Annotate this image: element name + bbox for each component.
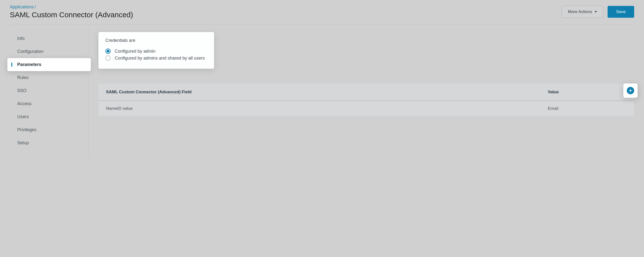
more-actions-label: More Actions bbox=[568, 9, 592, 14]
sidebar-item-label: Users bbox=[17, 114, 29, 119]
sidebar: InfoConfigurationParametersRulesSSOAcces… bbox=[10, 24, 88, 157]
col-header-field: SAML Custom Connector (Advanced) Field bbox=[106, 90, 548, 94]
sidebar-item-configuration[interactable]: Configuration bbox=[10, 45, 88, 58]
breadcrumb-parent[interactable]: Applications bbox=[10, 4, 34, 10]
radio-label: Configured by admin bbox=[115, 49, 156, 54]
plus-icon bbox=[629, 89, 632, 92]
radio-inner-dot bbox=[106, 50, 110, 53]
sidebar-item-info[interactable]: Info bbox=[10, 32, 88, 45]
save-label: Save bbox=[616, 9, 626, 14]
radio-button[interactable] bbox=[105, 56, 111, 61]
credentials-option-1[interactable]: Configured by admins and shared by all u… bbox=[105, 56, 207, 61]
chevron-down-icon bbox=[594, 11, 597, 12]
sidebar-item-label: Configuration bbox=[17, 49, 44, 54]
page-title: SAML Custom Connector (Advanced) bbox=[10, 10, 133, 19]
sidebar-item-label: SSO bbox=[17, 88, 26, 93]
table-row[interactable]: NameID valueEmail bbox=[99, 101, 634, 116]
breadcrumb: Applications / bbox=[10, 4, 133, 10]
cell-field: NameID value bbox=[106, 106, 548, 111]
sidebar-item-label: Privileges bbox=[17, 127, 36, 132]
radio-label: Configured by admins and shared by all u… bbox=[115, 56, 205, 61]
sidebar-item-privileges[interactable]: Privileges bbox=[10, 123, 88, 136]
sidebar-item-label: Parameters bbox=[17, 62, 41, 67]
page-header: Applications / SAML Custom Connector (Ad… bbox=[10, 0, 634, 24]
breadcrumb-separator: / bbox=[35, 4, 36, 10]
cell-value: Email bbox=[548, 106, 617, 111]
sidebar-item-label: Rules bbox=[17, 75, 28, 80]
parameters-table: SAML Custom Connector (Advanced) Field V… bbox=[98, 84, 634, 116]
sidebar-item-sso[interactable]: SSO bbox=[10, 84, 88, 97]
parameters-table-wrap: SAML Custom Connector (Advanced) Field V… bbox=[98, 84, 634, 116]
sidebar-item-access[interactable]: Access bbox=[10, 97, 88, 110]
sidebar-item-label: Info bbox=[17, 36, 24, 41]
svg-rect-1 bbox=[629, 90, 632, 91]
sidebar-item-label: Setup bbox=[17, 140, 29, 145]
main-content: Credentials are Configured by adminConfi… bbox=[88, 24, 634, 157]
radio-button[interactable] bbox=[105, 48, 111, 54]
add-parameter-button[interactable] bbox=[627, 87, 634, 94]
credentials-option-0[interactable]: Configured by admin bbox=[105, 48, 207, 54]
more-actions-button[interactable]: More Actions bbox=[562, 6, 603, 18]
sidebar-item-parameters[interactable]: Parameters bbox=[8, 58, 91, 71]
save-button[interactable]: Save bbox=[608, 6, 634, 18]
sidebar-item-users[interactable]: Users bbox=[10, 110, 88, 123]
sidebar-item-setup[interactable]: Setup bbox=[10, 136, 88, 150]
col-header-value: Value bbox=[548, 90, 617, 94]
sidebar-item-rules[interactable]: Rules bbox=[10, 71, 88, 84]
table-header: SAML Custom Connector (Advanced) Field V… bbox=[99, 84, 634, 101]
add-parameter-badge bbox=[623, 84, 638, 98]
credentials-card: Credentials are Configured by adminConfi… bbox=[98, 32, 214, 69]
credentials-radio-group: Configured by adminConfigured by admins … bbox=[105, 48, 207, 61]
sidebar-item-label: Access bbox=[17, 101, 32, 106]
credentials-title: Credentials are bbox=[105, 38, 207, 43]
